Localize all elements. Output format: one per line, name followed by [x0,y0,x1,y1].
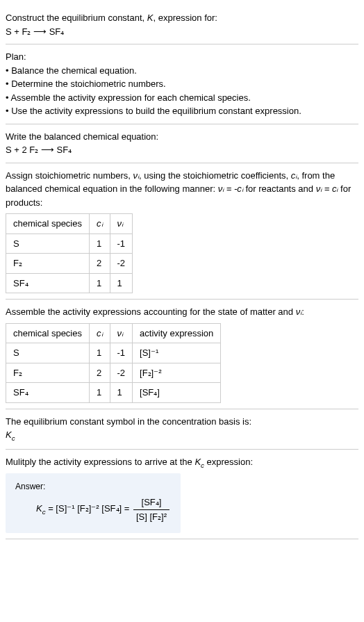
stoich-text-d: for reactants and [243,183,316,194]
cell-ci: 1 [90,343,110,363]
table-header-row: chemical species cᵢ νᵢ activity expressi… [6,323,221,343]
table-row: SF₄ 1 1 [SF₄] [6,383,221,403]
cell-ci: 2 [90,254,110,274]
cell-ci: 1 [90,273,110,293]
cell-ci: 1 [90,383,110,403]
cell-species: SF₄ [6,273,90,293]
stoich-table: chemical species cᵢ νᵢ S 1 -1 F₂ 2 -2 SF… [6,213,133,293]
multiply-text-a: Mulitply the activity expressions to arr… [6,457,195,467]
plan-item-4: • Use the activity expressions to build … [6,104,358,118]
balanced-equation: S + 2 F₂ ⟶ SF₄ [6,143,358,157]
symbol-section: The equilibrium constant symbol in the c… [6,409,358,450]
answer-k: K [36,504,42,514]
cell-species: S [6,234,90,254]
stoich-text: Assign stoichiometric numbers, νᵢ, using… [6,169,358,210]
cell-nui: 1 [110,273,133,293]
stoich-nu: νᵢ [133,170,140,181]
balanced-section: Write the balanced chemical equation: S … [6,124,358,163]
balanced-text: Write the balanced chemical equation: [6,130,358,144]
plan-section: Plan: • Balance the chemical equation. •… [6,44,358,124]
th-ci: cᵢ [90,214,110,234]
activity-text-a: Assemble the activity expressions accoun… [6,306,296,317]
stoich-c: cᵢ [291,170,297,181]
table-row: S 1 -1 [S]⁻¹ [6,343,221,363]
stoich-rel1: νᵢ = -cᵢ [218,183,243,194]
symbol-kc: Kc [6,428,358,443]
table-row: S 1 -1 [6,234,133,254]
symbol-text: The equilibrium constant symbol in the c… [6,415,358,429]
th-species: chemical species [6,214,90,234]
cell-activity: [S]⁻¹ [133,343,221,363]
th-ci: cᵢ [90,323,110,343]
stoich-text-b: , using the stoichiometric coefficients, [139,170,291,181]
activity-nu: νᵢ [296,306,302,317]
stoich-text-a: Assign stoichiometric numbers, [6,170,133,181]
cell-species: S [6,343,90,363]
cell-nui: -2 [110,254,133,274]
cell-nui: -1 [110,234,133,254]
answer-equation: Kc = [S]⁻¹ [F₂]⁻² [SF₄] = [SF₄][S] [F₂]² [36,496,171,523]
symbol-c: c [12,434,15,442]
table-header-row: chemical species cᵢ νᵢ [6,214,133,234]
th-nui: νᵢ [110,214,133,234]
intro-text-a: Construct the equilibrium constant, [6,13,147,23]
th-species: chemical species [6,323,90,343]
intro-line: Construct the equilibrium constant, K, e… [6,11,358,25]
activity-table: chemical species cᵢ νᵢ activity expressi… [6,323,221,403]
plan-item-3: • Assemble the activity expression for e… [6,91,358,105]
cell-species: F₂ [6,363,90,383]
answer-box: Answer: Kc = [S]⁻¹ [F₂]⁻² [SF₄] = [SF₄][… [6,473,181,533]
multiply-section: Mulitply the activity expressions to arr… [6,450,358,539]
cell-ci: 1 [90,234,110,254]
table-row: SF₄ 1 1 [6,273,133,293]
cell-nui: -1 [110,343,133,363]
cell-species: F₂ [6,254,90,274]
cell-activity: [SF₄] [133,383,221,403]
cell-nui: 1 [110,383,133,403]
plan-heading: Plan: [6,50,358,64]
answer-fraction: [SF₄][S] [F₂]² [133,496,169,523]
th-nui: νᵢ [110,323,133,343]
activity-text: Assemble the activity expressions accoun… [6,305,358,319]
symbol-k: K [6,429,12,440]
answer-label: Answer: [15,480,171,493]
stoich-rel2: νᵢ = cᵢ [316,183,338,194]
multiply-k: K [195,457,201,467]
plan-item-1: • Balance the chemical equation. [6,64,358,78]
cell-nui: -2 [110,363,133,383]
activity-section: Assemble the activity expressions accoun… [6,300,358,409]
intro-section: Construct the equilibrium constant, K, e… [6,6,358,44]
cell-activity: [F₂]⁻² [133,363,221,383]
answer-denominator: [S] [F₂]² [133,510,169,524]
plan-item-2: • Determine the stoichiometric numbers. [6,77,358,91]
table-row: F₂ 2 -2 [6,254,133,274]
cell-ci: 2 [90,363,110,383]
table-row: F₂ 2 -2 [F₂]⁻² [6,363,221,383]
intro-text-b: , expression for: [153,13,217,23]
answer-flat: = [S]⁻¹ [F₂]⁻² [SF₄] = [46,504,132,514]
cell-species: SF₄ [6,383,90,403]
multiply-text: Mulitply the activity expressions to arr… [6,455,358,470]
stoich-section: Assign stoichiometric numbers, νᵢ, using… [6,163,358,300]
activity-text-b: : [301,306,304,317]
answer-numerator: [SF₄] [133,496,169,510]
multiply-text-b: expression: [204,457,253,467]
intro-equation: S + F₂ ⟶ SF₄ [6,25,358,39]
th-activity: activity expression [133,323,221,343]
